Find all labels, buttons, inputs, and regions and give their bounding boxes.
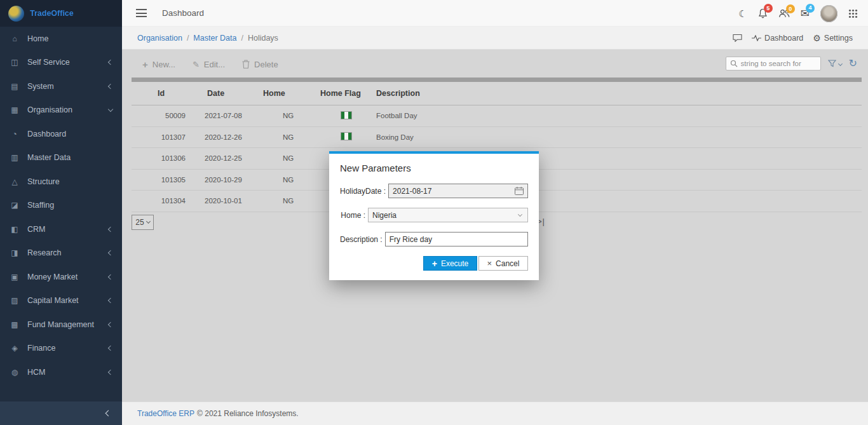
breadcrumb-master-data[interactable]: Master Data <box>193 34 236 43</box>
holidaydate-input[interactable] <box>389 184 515 198</box>
notifications-button[interactable]: 5 <box>758 8 768 18</box>
sidebar-item[interactable]: ◈ Finance <box>0 337 122 361</box>
cell-date: 2020-10-29 <box>201 176 262 184</box>
search-box <box>726 57 821 71</box>
cell-id: 101305 <box>132 176 201 184</box>
cell-id: 50009 <box>132 112 201 119</box>
sidebar-item[interactable]: ◍ HCM <box>0 360 122 384</box>
sidebar-item-label: System <box>27 82 54 91</box>
people-button[interactable]: 0 <box>778 9 790 18</box>
delete-button-label: Delete <box>254 60 278 69</box>
chat-button[interactable] <box>733 34 742 42</box>
apps-grid-button[interactable] <box>848 9 858 18</box>
search-icon <box>730 60 738 67</box>
sidebar-item-label: Staffing <box>27 201 54 210</box>
page-size-value: 25 <box>135 218 144 227</box>
grid-top-strip <box>132 78 862 82</box>
table-row[interactable]: 101307 2020-12-26 NG Boxing Day <box>132 127 862 149</box>
execute-button[interactable]: + Execute <box>423 256 477 271</box>
cell-description: Football Day <box>376 112 862 119</box>
messages-button[interactable]: ✉ 4 <box>801 8 810 19</box>
cell-id: 101304 <box>132 197 201 205</box>
search-input[interactable] <box>741 60 814 67</box>
page-size-select[interactable]: 25 <box>132 215 154 230</box>
refresh-icon[interactable]: ↻ <box>849 58 857 69</box>
research-icon: ◨ <box>10 248 20 257</box>
cell-home: NG <box>262 176 320 184</box>
sidebar-item-label: Master Data <box>27 153 71 162</box>
column-header-home-flag[interactable]: Home Flag <box>320 89 376 98</box>
notifications-badge: 5 <box>764 4 773 13</box>
sidebar-item[interactable]: ▣ Money Market <box>0 265 122 289</box>
gear-icon: ⚙ <box>813 33 821 43</box>
sidebar-item[interactable]: ▨ Capital Market <box>0 289 122 313</box>
edit-button[interactable]: ✎ Edit... <box>193 60 225 69</box>
new-button[interactable]: + New... <box>142 59 175 70</box>
sidebar-item-label: Money Market <box>27 273 78 281</box>
column-header-id[interactable]: Id <box>132 89 201 98</box>
breadcrumb-holidays: Holidays <box>248 34 278 43</box>
fund-management-icon: ▩ <box>10 320 20 329</box>
home-row: Home : <box>340 208 528 222</box>
sidebar-nav: ⌂ Home ◫ Self Service ▤ System ▦ Organis… <box>0 27 122 384</box>
breadcrumb-organisation[interactable]: Organisation <box>137 34 182 43</box>
holidaydate-label: HolidayDate : <box>340 187 386 196</box>
column-header-description[interactable]: Description <box>376 89 862 98</box>
nigeria-flag-icon <box>341 112 351 119</box>
chevron-left-icon <box>108 60 113 65</box>
structure-icon: △ <box>10 177 20 186</box>
sidebar: TradeOffice ⌂ Home ◫ Self Service ▤ Syst… <box>0 0 122 425</box>
menu-toggle-icon[interactable] <box>136 9 147 17</box>
home-select-value[interactable] <box>369 208 519 222</box>
footer-brand-link[interactable]: TradeOffice ERP <box>137 409 194 418</box>
cancel-button[interactable]: × Cancel <box>478 256 528 271</box>
calendar-icon[interactable] <box>515 187 524 195</box>
pulse-icon <box>752 35 761 41</box>
sidebar-item[interactable]: ◔ Dashboard <box>0 122 122 146</box>
dashboard-link[interactable]: Dashboard <box>752 34 803 43</box>
description-field <box>385 232 528 246</box>
sidebar-item[interactable]: ⌂ Home <box>0 27 122 51</box>
sidebar-item[interactable]: ◨ Research <box>0 241 122 266</box>
new-parameters-modal: New Parameters HolidayDate : Home : Desc… <box>329 151 539 280</box>
cell-home: NG <box>262 112 320 119</box>
app-logo: TradeOffice <box>0 0 122 27</box>
master-data-icon: ▥ <box>10 153 20 162</box>
sidebar-item-label: Fund Management <box>27 320 94 329</box>
system-icon: ▤ <box>10 82 20 91</box>
dark-mode-icon[interactable]: ☾ <box>738 9 747 18</box>
column-header-home[interactable]: Home <box>262 89 320 98</box>
apps-grid-icon <box>848 9 858 18</box>
home-select[interactable] <box>368 208 528 222</box>
sidebar-item[interactable]: ▦ Organisation <box>0 98 122 123</box>
dashboard-icon: ◔ <box>10 130 20 138</box>
chevron-left-icon <box>108 250 113 255</box>
filter-button[interactable] <box>828 60 842 67</box>
topbar: Dashboard ☾ 5 0 ✉ 4 <box>122 0 868 27</box>
grid-header-row: Id Date Home Home Flag Description <box>132 82 862 105</box>
breadcrumb-bar: Organisation / Master Data / Holidays Da… <box>122 27 868 50</box>
sidebar-item[interactable]: ◪ Staffing <box>0 194 122 218</box>
user-avatar[interactable] <box>820 5 837 22</box>
sidebar-item[interactable]: ◫ Self Service <box>0 51 122 75</box>
cell-id: 101306 <box>132 154 201 162</box>
sidebar-item[interactable]: ▥ Master Data <box>0 146 122 170</box>
sidebar-item[interactable]: ▤ System <box>0 74 122 98</box>
trash-icon <box>242 60 250 69</box>
breadcrumb-actions: Dashboard ⚙ Settings <box>733 33 853 43</box>
cell-date: 2020-12-26 <box>201 133 262 141</box>
settings-link-label: Settings <box>824 34 853 43</box>
sidebar-item[interactable]: △ Structure <box>0 170 122 194</box>
chevron-left-icon <box>108 346 113 351</box>
delete-button[interactable]: Delete <box>242 60 278 69</box>
description-input[interactable] <box>386 233 527 246</box>
sidebar-item[interactable]: ▩ Fund Management <box>0 313 122 337</box>
sidebar-item[interactable]: ◧ CRM <box>0 217 122 241</box>
plus-icon: + <box>142 59 148 70</box>
table-row[interactable]: 50009 2021-07-08 NG Football Day <box>132 105 862 127</box>
sidebar-collapse-button[interactable] <box>0 401 122 425</box>
chevron-left-icon <box>108 298 113 303</box>
settings-link[interactable]: ⚙ Settings <box>813 33 853 43</box>
column-header-date[interactable]: Date <box>201 89 262 98</box>
grid-toolbar-right: ↻ <box>726 57 857 71</box>
